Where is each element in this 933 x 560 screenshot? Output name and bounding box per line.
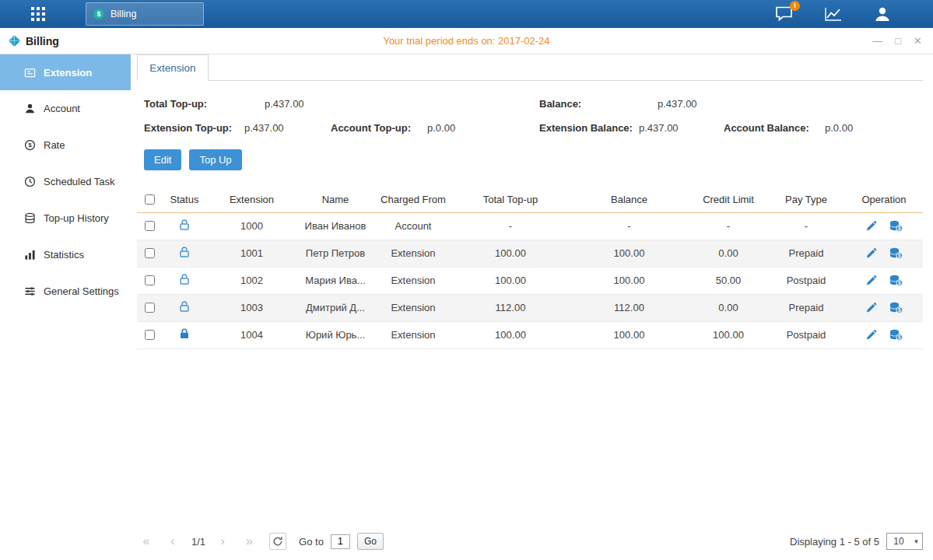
- table-row: 1002 Мария Ива... Extension 100.00 100.0…: [137, 267, 923, 294]
- cell-extension: 1002: [207, 267, 296, 294]
- cell-extension: 1004: [207, 321, 296, 348]
- topup-operation-icon[interactable]: [889, 302, 903, 313]
- header-status[interactable]: Status: [162, 187, 207, 212]
- topbar-tab-billing[interactable]: Billing: [86, 2, 204, 26]
- row-checkbox[interactable]: [145, 303, 155, 313]
- sidebar: Extension Account $ Rate Scheduled Task: [0, 54, 131, 560]
- topup-operation-icon[interactable]: [889, 275, 903, 286]
- cell-credit-limit: 0.00: [689, 294, 767, 321]
- cell-total-topup: 112.00: [452, 294, 569, 321]
- cell-name: Петр Петров: [296, 240, 374, 267]
- trial-notice: Your trial period ends on: 2017-02-24: [0, 35, 933, 47]
- edit-icon[interactable]: [865, 247, 877, 259]
- chat-icon[interactable]: !: [774, 5, 794, 23]
- cell-pay-type: Postpaid: [767, 321, 845, 348]
- header-operation[interactable]: Operation: [845, 187, 923, 212]
- page-info: 1/1: [191, 536, 205, 548]
- header-extension[interactable]: Extension: [207, 187, 296, 212]
- sidebar-item-label: Account: [44, 103, 80, 114]
- topup-operation-icon[interactable]: [889, 247, 903, 259]
- edit-icon[interactable]: [865, 329, 877, 341]
- cell-total-topup: 100.00: [452, 321, 569, 348]
- sidebar-item-label: Extension: [44, 67, 92, 79]
- first-page-icon[interactable]: «: [137, 532, 156, 551]
- last-page-icon[interactable]: »: [240, 532, 258, 551]
- header-total-topup[interactable]: Total Top-up: [452, 187, 569, 212]
- app-grid-icon[interactable]: [31, 7, 45, 21]
- header-credit-limit[interactable]: Credit Limit: [689, 187, 767, 212]
- maximize-icon[interactable]: □: [895, 35, 901, 47]
- sidebar-item-scheduled-task[interactable]: Scheduled Task: [0, 163, 131, 200]
- sidebar-item-account[interactable]: Account: [0, 90, 131, 127]
- cell-balance: 100.00: [569, 321, 689, 348]
- header-balance[interactable]: Balance: [569, 187, 689, 212]
- header-name[interactable]: Name: [296, 187, 374, 212]
- minimize-icon[interactable]: —: [872, 35, 882, 47]
- edit-icon[interactable]: [865, 302, 877, 313]
- close-icon[interactable]: ✕: [914, 35, 922, 47]
- goto-page-input[interactable]: [331, 534, 350, 549]
- refresh-icon[interactable]: [269, 533, 286, 550]
- cell-extension: 1000: [207, 212, 296, 240]
- cell-balance: 100.00: [569, 267, 689, 294]
- statistics-icon: [24, 249, 36, 261]
- cell-pay-type: Postpaid: [767, 267, 845, 294]
- chart-icon[interactable]: [823, 5, 844, 23]
- balance-value: р.437.00: [658, 98, 697, 110]
- cell-charged-from: Account: [374, 212, 452, 240]
- sidebar-item-rate[interactable]: $ Rate: [0, 127, 131, 163]
- cell-name: Юрий Юрь...: [296, 321, 374, 348]
- prev-page-icon[interactable]: ‹: [163, 532, 182, 551]
- extension-balance-value: р.437.00: [639, 122, 724, 134]
- lock-icon[interactable]: [178, 327, 191, 340]
- account-topup-value: р.0.00: [427, 122, 539, 134]
- unlock-icon[interactable]: [178, 219, 191, 231]
- cell-charged-from: Extension: [374, 267, 452, 294]
- unlock-icon[interactable]: [178, 246, 191, 258]
- unlock-icon[interactable]: [178, 300, 191, 313]
- user-icon[interactable]: [872, 5, 893, 23]
- go-button[interactable]: Go: [357, 533, 384, 550]
- next-page-icon[interactable]: ›: [213, 532, 232, 551]
- page-size-select[interactable]: 10 ▼: [886, 533, 923, 550]
- table-row: 1001 Петр Петров Extension 100.00 100.00…: [137, 240, 923, 267]
- cell-balance: 100.00: [569, 240, 689, 267]
- cell-name: Дмитрий Д...: [296, 294, 374, 321]
- edit-icon[interactable]: [865, 220, 877, 232]
- displaying-text: Displaying 1 - 5 of 5: [790, 536, 879, 548]
- topup-operation-icon[interactable]: [889, 329, 903, 341]
- sidebar-item-topup-history[interactable]: Top-up History: [0, 200, 131, 236]
- cell-total-topup: -: [452, 212, 569, 240]
- table-row: 1004 Юрий Юрь... Extension 100.00 100.00…: [137, 321, 923, 348]
- account-topup-label: Account Top-up:: [331, 122, 427, 134]
- header-charged-from[interactable]: Charged From: [374, 187, 452, 212]
- header-pay-type[interactable]: Pay Type: [767, 187, 845, 212]
- topup-operation-icon[interactable]: [889, 220, 903, 232]
- cell-balance: -: [569, 212, 689, 240]
- cell-credit-limit: 100.00: [689, 321, 767, 348]
- top-up-button[interactable]: Top Up: [189, 149, 241, 170]
- billing-coin-icon: [93, 8, 105, 20]
- cell-total-topup: 100.00: [452, 240, 569, 267]
- sidebar-item-statistics[interactable]: Statistics: [0, 236, 131, 273]
- rate-icon: $: [24, 139, 36, 151]
- cell-charged-from: Extension: [374, 321, 452, 348]
- edit-icon[interactable]: [865, 275, 877, 286]
- chevron-down-icon: ▼: [910, 534, 922, 549]
- row-checkbox[interactable]: [145, 248, 155, 258]
- row-checkbox[interactable]: [145, 221, 155, 231]
- row-checkbox[interactable]: [145, 275, 155, 285]
- sidebar-item-general-settings[interactable]: General Settings: [0, 273, 131, 310]
- sidebar-item-label: Top-up History: [44, 212, 109, 224]
- tab-extension[interactable]: Extension: [137, 54, 209, 81]
- row-checkbox[interactable]: [145, 330, 155, 340]
- cell-name: Мария Ива...: [296, 267, 374, 294]
- select-all-checkbox[interactable]: [145, 194, 155, 205]
- edit-button[interactable]: Edit: [144, 149, 181, 170]
- unlock-icon[interactable]: [178, 273, 191, 285]
- table-row: 1000 Иван Иванов Account - - - -: [137, 212, 923, 240]
- sidebar-item-extension[interactable]: Extension: [0, 54, 131, 90]
- pagination-bar: « ‹ 1/1 › » Go to Go Displaying 1 - 5 of…: [137, 527, 923, 555]
- balance-label: Balance:: [539, 98, 658, 110]
- account-balance-value: р.0.00: [825, 122, 853, 134]
